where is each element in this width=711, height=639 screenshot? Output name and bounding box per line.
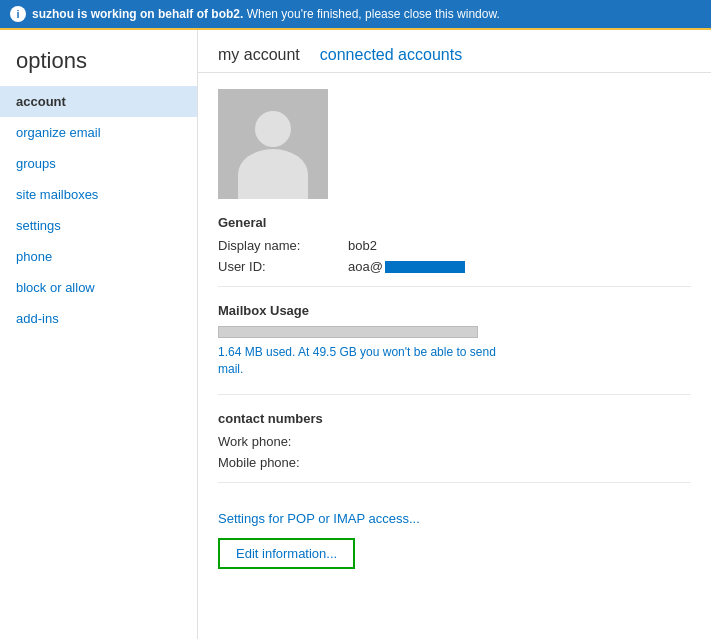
user-id-label: User ID: <box>218 259 348 274</box>
tab-my-account[interactable]: my account <box>218 46 300 72</box>
sidebar-item-add-ins[interactable]: add-ins <box>0 303 197 334</box>
mailbox-usage-title: Mailbox Usage <box>218 303 691 318</box>
usage-bar-bg <box>218 326 478 338</box>
divider-3 <box>218 482 691 483</box>
work-phone-label: Work phone: <box>218 434 348 449</box>
pop-imap-link[interactable]: Settings for POP or IMAP access... <box>218 511 420 526</box>
user-id-mask <box>385 261 465 273</box>
sidebar-title: options <box>0 40 197 86</box>
contact-numbers-section: contact numbers Work phone: Mobile phone… <box>218 411 691 470</box>
sidebar-item-site-mailboxes[interactable]: site mailboxes <box>0 179 197 210</box>
avatar <box>218 89 328 199</box>
contact-numbers-title: contact numbers <box>218 411 691 426</box>
display-name-value: bob2 <box>348 238 377 253</box>
sidebar-item-organize-email[interactable]: organize email <box>0 117 197 148</box>
sidebar-item-account[interactable]: account <box>0 86 197 117</box>
display-name-row: Display name: bob2 <box>218 238 691 253</box>
banner-text: suzhou is working on behalf of bob2. Whe… <box>32 7 500 21</box>
top-banner: i suzhou is working on behalf of bob2. W… <box>0 0 711 30</box>
sidebar-item-phone[interactable]: phone <box>0 241 197 272</box>
tabs-container: my account connected accounts <box>198 30 711 73</box>
edit-btn-container: Edit information... <box>218 538 691 569</box>
mobile-phone-label: Mobile phone: <box>218 455 348 470</box>
sidebar-item-block-or-allow[interactable]: block or allow <box>0 272 197 303</box>
sidebar-item-groups[interactable]: groups <box>0 148 197 179</box>
avatar-container <box>218 89 691 199</box>
avatar-body <box>238 149 308 199</box>
user-id-value: aoa@ <box>348 259 465 274</box>
account-content: General Display name: bob2 User ID: aoa@… <box>198 73 711 585</box>
usage-bar-fill <box>219 327 222 337</box>
info-icon: i <box>10 6 26 22</box>
main-content: my account connected accounts General Di… <box>198 30 711 639</box>
divider-1 <box>218 286 691 287</box>
avatar-figure <box>238 111 308 199</box>
work-phone-row: Work phone: <box>218 434 691 449</box>
general-section-title: General <box>218 215 691 230</box>
display-name-label: Display name: <box>218 238 348 253</box>
tab-connected-accounts[interactable]: connected accounts <box>320 46 462 72</box>
user-id-row: User ID: aoa@ <box>218 259 691 274</box>
mobile-phone-row: Mobile phone: <box>218 455 691 470</box>
usage-text: 1.64 MB used. At 49.5 GB you won't be ab… <box>218 344 498 378</box>
divider-2 <box>218 394 691 395</box>
sidebar: options account organize email groups si… <box>0 30 198 639</box>
sidebar-item-settings[interactable]: settings <box>0 210 197 241</box>
user-id-prefix: aoa@ <box>348 259 383 274</box>
avatar-head <box>255 111 291 147</box>
edit-information-button[interactable]: Edit information... <box>218 538 355 569</box>
mailbox-usage-section: Mailbox Usage 1.64 MB used. At 49.5 GB y… <box>218 303 691 378</box>
